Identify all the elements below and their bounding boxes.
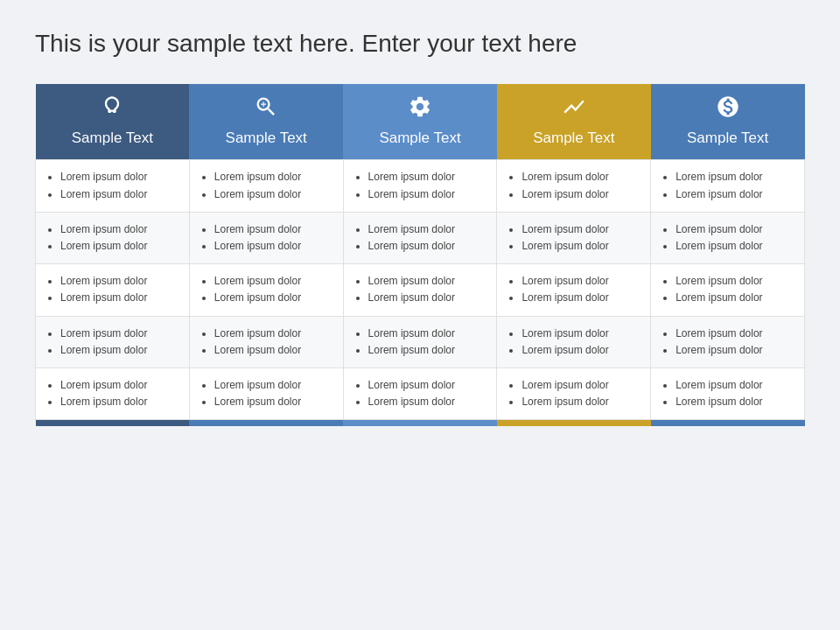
list-item: Lorem ipsum dolor	[368, 273, 486, 290]
list-item: Lorem ipsum dolor	[522, 169, 640, 186]
list-item: Lorem ipsum dolor	[214, 342, 332, 359]
col1-label: Sample Text	[72, 130, 153, 146]
list-item: Lorem ipsum dolor	[368, 169, 486, 186]
bottom-bar-col4	[497, 420, 651, 426]
list-item: Lorem ipsum dolor	[214, 186, 332, 203]
list-item: Lorem ipsum dolor	[60, 377, 178, 394]
table-cell-r0-c3: Lorem ipsum dolorLorem ipsum dolor	[497, 160, 651, 212]
table-cell-r0-c1: Lorem ipsum dolorLorem ipsum dolor	[189, 160, 343, 212]
table-cell-r3-c0: Lorem ipsum dolorLorem ipsum dolor	[36, 316, 190, 368]
table-cell-r3-c2: Lorem ipsum dolorLorem ipsum dolor	[343, 316, 497, 368]
list-item: Lorem ipsum dolor	[60, 238, 178, 255]
list-item: Lorem ipsum dolor	[214, 326, 332, 342]
table-cell-r0-c0: Lorem ipsum dolorLorem ipsum dolor	[36, 160, 190, 212]
list-item: Lorem ipsum dolor	[522, 273, 640, 290]
list-item: Lorem ipsum dolor	[60, 221, 178, 238]
list-item: Lorem ipsum dolor	[676, 394, 794, 410]
bottom-bar-col1	[36, 420, 190, 426]
col2-label: Sample Text	[226, 130, 307, 146]
header-cell-col3: Sample Text	[343, 84, 497, 160]
list-item: Lorem ipsum dolor	[522, 238, 640, 255]
bottom-bar-col3	[343, 420, 497, 426]
bottom-bar-col2	[189, 420, 343, 426]
list-item: Lorem ipsum dolor	[676, 342, 794, 359]
table-cell-r4-c4: Lorem ipsum dolorLorem ipsum dolor	[651, 368, 805, 419]
table-cell-r2-c2: Lorem ipsum dolorLorem ipsum dolor	[343, 264, 497, 316]
table-cell-r0-c2: Lorem ipsum dolorLorem ipsum dolor	[343, 160, 497, 212]
list-item: Lorem ipsum dolor	[522, 394, 640, 410]
list-item: Lorem ipsum dolor	[368, 221, 486, 238]
header-cell-col5: Sample Text	[651, 84, 805, 160]
col5-icon	[658, 94, 798, 124]
table-cell-r3-c3: Lorem ipsum dolorLorem ipsum dolor	[497, 316, 651, 368]
list-item: Lorem ipsum dolor	[676, 169, 794, 186]
list-item: Lorem ipsum dolor	[368, 290, 486, 306]
list-item: Lorem ipsum dolor	[60, 169, 178, 186]
table-cell-r2-c1: Lorem ipsum dolorLorem ipsum dolor	[189, 264, 343, 316]
table-cell-r4-c1: Lorem ipsum dolorLorem ipsum dolor	[189, 368, 343, 419]
col4-label: Sample Text	[533, 130, 614, 146]
list-item: Lorem ipsum dolor	[522, 221, 640, 238]
list-item: Lorem ipsum dolor	[676, 273, 794, 290]
page-title: This is your sample text here. Enter you…	[35, 28, 805, 60]
col1-icon	[43, 94, 183, 124]
bottom-color-bar	[36, 420, 805, 426]
list-item: Lorem ipsum dolor	[214, 394, 332, 410]
col2-icon	[196, 94, 336, 124]
table-cell-r0-c4: Lorem ipsum dolorLorem ipsum dolor	[651, 160, 805, 212]
list-item: Lorem ipsum dolor	[214, 221, 332, 238]
list-item: Lorem ipsum dolor	[214, 377, 332, 394]
table-cell-r2-c3: Lorem ipsum dolorLorem ipsum dolor	[497, 264, 651, 316]
list-item: Lorem ipsum dolor	[522, 290, 640, 306]
list-item: Lorem ipsum dolor	[60, 290, 178, 306]
col5-label: Sample Text	[687, 130, 768, 146]
table-cell-r1-c0: Lorem ipsum dolorLorem ipsum dolor	[36, 212, 190, 263]
table-body: Lorem ipsum dolorLorem ipsum dolorLorem …	[36, 160, 805, 420]
header-cell-col4: Sample Text	[497, 84, 651, 160]
list-item: Lorem ipsum dolor	[676, 290, 794, 306]
table-row: Lorem ipsum dolorLorem ipsum dolorLorem …	[36, 212, 805, 263]
list-item: Lorem ipsum dolor	[368, 342, 486, 359]
list-item: Lorem ipsum dolor	[214, 290, 332, 306]
table-cell-r1-c2: Lorem ipsum dolorLorem ipsum dolor	[343, 212, 497, 263]
table-row: Lorem ipsum dolorLorem ipsum dolorLorem …	[36, 368, 805, 419]
table-header: Sample Text Sample Text Sample Text Samp…	[36, 84, 805, 160]
list-item: Lorem ipsum dolor	[676, 377, 794, 394]
list-item: Lorem ipsum dolor	[60, 186, 178, 203]
table-cell-r2-c0: Lorem ipsum dolorLorem ipsum dolor	[36, 264, 190, 316]
list-item: Lorem ipsum dolor	[368, 394, 486, 410]
list-item: Lorem ipsum dolor	[214, 169, 332, 186]
list-item: Lorem ipsum dolor	[522, 377, 640, 394]
list-item: Lorem ipsum dolor	[522, 186, 640, 203]
list-item: Lorem ipsum dolor	[676, 326, 794, 342]
list-item: Lorem ipsum dolor	[676, 221, 794, 238]
list-item: Lorem ipsum dolor	[368, 377, 486, 394]
list-item: Lorem ipsum dolor	[60, 326, 178, 342]
list-item: Lorem ipsum dolor	[214, 273, 332, 290]
bottom-bar-col5	[651, 420, 805, 426]
header-cell-col2: Sample Text	[189, 84, 343, 160]
table-cell-r3-c4: Lorem ipsum dolorLorem ipsum dolor	[651, 316, 805, 368]
list-item: Lorem ipsum dolor	[522, 326, 640, 342]
table-cell-r4-c3: Lorem ipsum dolorLorem ipsum dolor	[497, 368, 651, 419]
list-item: Lorem ipsum dolor	[368, 186, 486, 203]
comparison-table: Sample Text Sample Text Sample Text Samp…	[35, 84, 805, 425]
list-item: Lorem ipsum dolor	[368, 238, 486, 255]
col3-icon	[350, 94, 490, 124]
table-cell-r1-c4: Lorem ipsum dolorLorem ipsum dolor	[651, 212, 805, 263]
table-cell-r4-c2: Lorem ipsum dolorLorem ipsum dolor	[343, 368, 497, 419]
table-cell-r3-c1: Lorem ipsum dolorLorem ipsum dolor	[189, 316, 343, 368]
header-cell-col1: Sample Text	[36, 84, 190, 160]
list-item: Lorem ipsum dolor	[368, 326, 486, 342]
col4-icon	[504, 94, 644, 124]
list-item: Lorem ipsum dolor	[676, 186, 794, 203]
list-item: Lorem ipsum dolor	[214, 238, 332, 255]
list-item: Lorem ipsum dolor	[60, 342, 178, 359]
list-item: Lorem ipsum dolor	[60, 273, 178, 290]
table-cell-r1-c3: Lorem ipsum dolorLorem ipsum dolor	[497, 212, 651, 263]
table-row: Lorem ipsum dolorLorem ipsum dolorLorem …	[36, 160, 805, 212]
list-item: Lorem ipsum dolor	[60, 394, 178, 410]
table-row: Lorem ipsum dolorLorem ipsum dolorLorem …	[36, 264, 805, 316]
table-cell-r4-c0: Lorem ipsum dolorLorem ipsum dolor	[36, 368, 190, 419]
table-cell-r2-c4: Lorem ipsum dolorLorem ipsum dolor	[651, 264, 805, 316]
